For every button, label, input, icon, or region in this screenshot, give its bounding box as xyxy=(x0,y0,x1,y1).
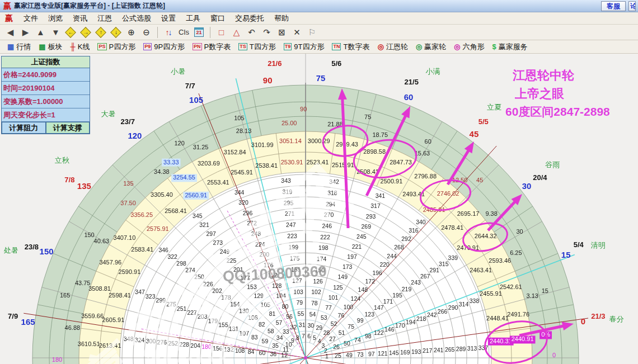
9p-square-icon: P9 xyxy=(143,43,152,50)
tool-label: P四方形 xyxy=(109,42,136,52)
menu-item-window[interactable]: 窗口 xyxy=(205,13,230,23)
tool-label: 赢家轮 xyxy=(424,42,446,52)
customer-service-button[interactable]: 客服 xyxy=(601,1,626,11)
draw-square-button[interactable]: □ xyxy=(214,26,228,39)
tool-p-square[interactable]: PSP四方形 xyxy=(93,41,139,53)
tool-label: 行情 xyxy=(16,42,31,52)
sectors-icon: ▩ xyxy=(39,42,45,51)
shift-left-button[interactable]: ← xyxy=(64,26,78,39)
toolbar-separator xyxy=(157,27,158,38)
menu-item-news[interactable]: 资讯 xyxy=(68,13,92,23)
info-row: 时间=20190104 xyxy=(2,82,90,95)
arc-ccw-button[interactable]: ↶ xyxy=(245,26,259,39)
step-down-button[interactable]: ▼ xyxy=(49,26,63,39)
main-toolbar: ◀▶▲▼←→↑↓⊕⊖↑↓Cls21□△↶↷⊠✕⚐ xyxy=(0,25,638,40)
step-up-button[interactable]: ▲ xyxy=(34,26,48,39)
tool-label: K线 xyxy=(78,42,90,52)
tool-p-number-table[interactable]: PNP数字表 xyxy=(189,41,234,53)
menu-item-help[interactable]: 帮助 xyxy=(269,13,294,23)
calc-resistance-button[interactable]: 计算阻力 xyxy=(2,122,46,134)
p-square-icon: PS xyxy=(97,43,106,50)
menu-item-tools[interactable]: 工具 xyxy=(181,13,205,23)
annotation-wheel-in-wheel: 江恩轮中轮 xyxy=(513,67,574,84)
calendar-button[interactable]: 21 xyxy=(192,26,206,39)
menu-item-formula-picker[interactable]: 公式选股 xyxy=(117,13,156,23)
quotes-icon: ▦ xyxy=(7,42,14,51)
clear-flag-button[interactable]: ⚐ xyxy=(305,26,319,39)
tool-label: 江恩轮 xyxy=(386,42,408,52)
tool-winner-wheel[interactable]: ◎赢家轮 xyxy=(412,41,450,53)
menu-item-trade[interactable]: 交易委托 xyxy=(230,13,269,23)
annotation-60deg-range: 60度区间2847-2898 xyxy=(505,104,610,120)
menu-item-browse[interactable]: 浏览 xyxy=(43,13,68,23)
tool-label: 9P四方形 xyxy=(154,42,185,52)
kline-icon: ╫ xyxy=(71,42,76,51)
shift-up-button[interactable]: ↑ xyxy=(94,26,108,39)
zoom-in-button[interactable]: ⊕ xyxy=(124,26,138,39)
title-bar: 赢 赢家江恩专业版[赢家服务平台] - [上证指数 江恩轮] 客服 论坛 xyxy=(0,0,638,12)
winner-service-icon: $ xyxy=(492,42,496,51)
p-number-table-icon: PN xyxy=(193,43,202,50)
page-prev-button[interactable]: ◀ xyxy=(3,26,17,39)
tool-label: P数字表 xyxy=(204,42,231,52)
menu-item-gann[interactable]: 江恩 xyxy=(92,13,117,23)
t-number-table-icon: TN xyxy=(332,43,341,50)
calendar-icon: 21 xyxy=(194,27,204,37)
winner-wheel-icon: ◎ xyxy=(416,42,422,51)
info-row: 价格=2440.9099 xyxy=(2,68,90,82)
tool-label: 赢家服务 xyxy=(499,42,528,52)
tool-9p-square[interactable]: P99P四方形 xyxy=(139,41,189,53)
cls-label: Cls xyxy=(179,28,189,36)
menu-logo-icon: 赢 xyxy=(5,13,13,23)
menu-item-file[interactable]: 文件 xyxy=(18,13,43,23)
tool-9t-square[interactable]: T99T四方形 xyxy=(280,41,329,53)
tool-sectors[interactable]: ▩板块 xyxy=(35,41,66,53)
tool-label: 9T四方形 xyxy=(294,42,324,52)
annotation-eye-of-god: 上帝之眼 xyxy=(515,86,564,102)
menu-item-settings[interactable]: 设置 xyxy=(156,13,181,23)
arrow-icon: ↓ xyxy=(115,29,118,35)
zoom-out-button[interactable]: ⊖ xyxy=(139,26,153,39)
app-window: 赢 赢家江恩专业版[赢家服务平台] - [上证指数 江恩轮] 客服 论坛 赢 文… xyxy=(0,0,638,364)
info-row: 周天变化步长=1 xyxy=(2,108,90,122)
hexagon-icon: ◎ xyxy=(454,42,460,51)
tool-winner-service[interactable]: $赢家服务 xyxy=(488,41,531,53)
chart-area: 上证指数 价格=2440.9099时间=20190104变换系数=1.00000… xyxy=(0,54,638,364)
tool-hexagon[interactable]: ◎六角形 xyxy=(450,41,488,53)
clipped-edge-button[interactable]: 论坛 xyxy=(628,1,636,11)
tool-kline[interactable]: ╫K线 xyxy=(67,41,94,53)
tool-label: 板块 xyxy=(48,42,63,52)
tool-t-number-table[interactable]: TNT数字表 xyxy=(328,41,373,53)
tool-t-square[interactable]: TST四方形 xyxy=(234,41,279,53)
info-row: 变换系数=1.00000 xyxy=(2,95,90,108)
menu-bar: 赢 文件浏览资讯江恩公式选股设置工具窗口交易委托帮助 xyxy=(0,12,638,25)
arrow-icon: ↑ xyxy=(100,29,102,35)
arc-cw-button[interactable]: ↷ xyxy=(260,26,274,39)
arrow-icon: ← xyxy=(68,29,74,35)
tool-label: T数字表 xyxy=(343,42,369,52)
gann-tools-toolbar: ▦行情▩板块╫K线PSP四方形P99P四方形PNP数字表TST四方形T99T四方… xyxy=(0,40,638,54)
calc-support-button[interactable]: 计算支撑 xyxy=(46,122,90,134)
9t-square-icon: T9 xyxy=(284,43,292,50)
shift-down-button[interactable]: ↓ xyxy=(109,26,123,39)
down-arrow-icon: ↓ xyxy=(168,28,172,37)
cls-button[interactable]: Cls xyxy=(177,26,191,39)
grid-cross-button[interactable]: ⊠ xyxy=(275,26,289,39)
tool-label: 六角形 xyxy=(462,42,484,52)
tool-label: T四方形 xyxy=(250,42,276,52)
app-logo-icon: 赢 xyxy=(3,1,11,11)
shift-right-button[interactable]: → xyxy=(79,26,93,39)
draw-triangle-button[interactable]: △ xyxy=(229,26,243,39)
tool-gann-wheel[interactable]: ◎江恩轮 xyxy=(373,41,411,53)
page-next-button[interactable]: ▶ xyxy=(18,26,32,39)
scale-updown-button[interactable]: ↑↓ xyxy=(162,26,176,39)
info-panel: 上证指数 价格=2440.9099时间=20190104变换系数=1.00000… xyxy=(1,56,90,134)
window-title: 赢家江恩专业版[赢家服务平台] - [上证指数 江恩轮] xyxy=(14,1,598,11)
symbol-name: 上证指数 xyxy=(2,56,90,68)
focus-center-button[interactable]: ✕ xyxy=(290,26,304,39)
arrow-icon: → xyxy=(83,29,89,35)
gann-wheel-icon: ◎ xyxy=(377,42,383,51)
tool-quotes[interactable]: ▦行情 xyxy=(3,41,35,53)
toolbar-separator xyxy=(210,27,210,38)
t-square-icon: TS xyxy=(238,43,247,50)
